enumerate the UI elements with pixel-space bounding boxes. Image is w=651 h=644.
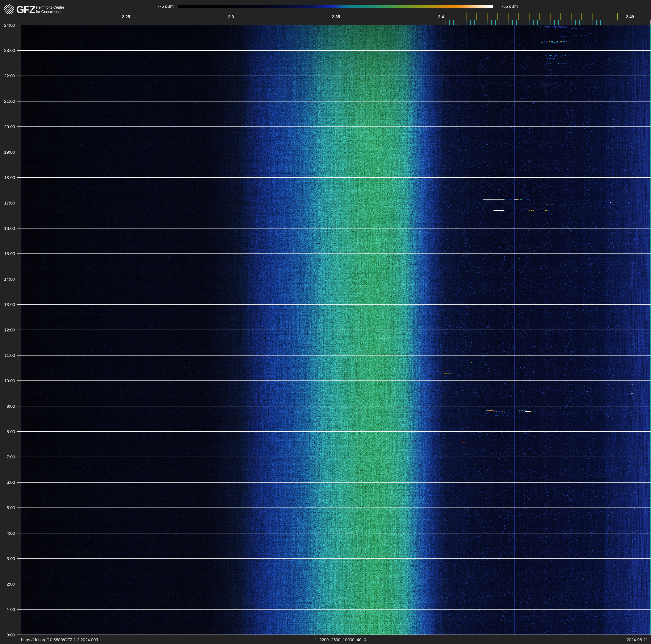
svg-text:3:00: 3:00 <box>6 556 15 561</box>
svg-text:GFZ: GFZ <box>16 4 35 15</box>
svg-text:-75 dBm: -75 dBm <box>158 4 174 9</box>
svg-text:4:00: 4:00 <box>6 531 15 535</box>
svg-text:1:00: 1:00 <box>6 607 15 612</box>
svg-text:24:00: 24:00 <box>4 23 15 28</box>
svg-text:2:00: 2:00 <box>6 582 15 586</box>
svg-text:2.35: 2.35 <box>332 14 340 19</box>
svg-text:2.3: 2.3 <box>228 14 234 19</box>
svg-text:https://doi.org/10.5880/GFZ.1.: https://doi.org/10.5880/GFZ.1.2.2024.003 <box>21 638 98 642</box>
svg-text:2.49: 2.49 <box>626 14 634 19</box>
svg-text:0:00: 0:00 <box>6 633 15 637</box>
svg-text:-55 dBm: -55 dBm <box>502 4 518 9</box>
svg-text:Helmholtz Centre: Helmholtz Centre <box>36 5 64 9</box>
svg-text:16:00: 16:00 <box>4 226 15 231</box>
svg-text:15:00: 15:00 <box>4 251 15 256</box>
svg-text:5:00: 5:00 <box>6 505 15 510</box>
svg-text:8:00: 8:00 <box>6 429 15 434</box>
svg-text:10:00: 10:00 <box>4 378 15 383</box>
svg-text:1_2200_2500_10000_40_0: 1_2200_2500_10000_40_0 <box>315 638 366 642</box>
svg-text:22:00: 22:00 <box>4 74 15 78</box>
svg-text:7:00: 7:00 <box>6 455 15 459</box>
svg-text:12:00: 12:00 <box>4 327 15 332</box>
svg-text:13:00: 13:00 <box>4 302 15 307</box>
svg-text:for Geosciences: for Geosciences <box>36 10 63 14</box>
svg-text:2.4: 2.4 <box>438 14 444 19</box>
svg-text:9:00: 9:00 <box>6 404 15 409</box>
svg-text:20:00: 20:00 <box>4 124 15 129</box>
svg-text:6:00: 6:00 <box>6 480 15 485</box>
svg-text:2024-08-21: 2024-08-21 <box>627 638 648 642</box>
svg-text:2.25: 2.25 <box>122 14 130 19</box>
svg-text:11:00: 11:00 <box>4 353 15 358</box>
svg-text:21:00: 21:00 <box>4 99 15 104</box>
svg-text:23:00: 23:00 <box>4 48 15 53</box>
svg-text:14:00: 14:00 <box>4 276 15 282</box>
svg-text:18:00: 18:00 <box>4 175 15 180</box>
svg-text:17:00: 17:00 <box>4 201 15 205</box>
svg-text:19:00: 19:00 <box>4 150 15 154</box>
